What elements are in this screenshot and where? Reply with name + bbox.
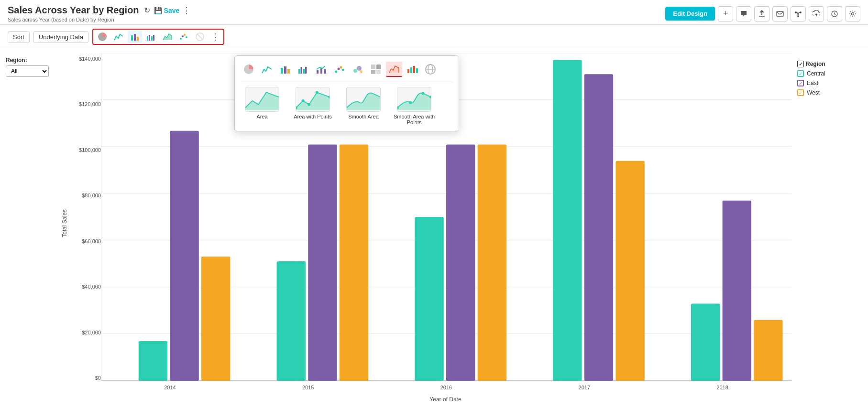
bar-2017-central — [553, 60, 582, 381]
x-axis-title: Year of Date — [57, 394, 791, 405]
dropdown-combo-button[interactable] — [313, 62, 330, 76]
chart-type-bar-button[interactable] — [128, 31, 142, 43]
subtype-area-label: Area — [256, 114, 267, 119]
subtype-area[interactable]: Area — [241, 87, 284, 119]
y-tick-40k: $40,000 — [82, 284, 101, 290]
header-left: Sales Across Year by Region ↻ 💾 Save ⋮ S… — [8, 5, 191, 22]
svg-rect-15 — [151, 36, 153, 41]
svg-rect-32 — [324, 69, 326, 74]
email-icon — [776, 10, 784, 18]
svg-rect-16 — [153, 35, 154, 41]
x-label-2018: 2018 — [716, 385, 728, 390]
subtype-area-points[interactable]: Area with Points — [291, 87, 334, 119]
legend-east: ✓ East — [797, 80, 862, 86]
refresh-button[interactable]: ↻ — [143, 5, 151, 16]
chart-type-area-button[interactable] — [160, 31, 175, 43]
chart-type-more-button[interactable]: ⋮ — [209, 32, 221, 42]
y-tick-20k: $20,000 — [82, 330, 101, 335]
email-button[interactable] — [772, 6, 788, 21]
add-button[interactable]: + — [718, 6, 733, 21]
subtype-smooth-area-points[interactable]: Smooth Area with Points — [393, 87, 436, 125]
dropdown-heatmap-button[interactable] — [368, 62, 384, 76]
dropdown-geo-button[interactable] — [422, 62, 439, 76]
legend-region-checkbox[interactable]: ✓ — [797, 61, 804, 67]
svg-point-37 — [353, 69, 357, 73]
legend-west-label: West — [807, 89, 820, 96]
bar-2014-east — [170, 131, 198, 381]
chart-type-dropdown: Area Area with Points — [234, 55, 459, 131]
svg-rect-25 — [287, 69, 290, 74]
y-tick-60k: $60,000 — [82, 238, 101, 244]
bar-2018-east — [723, 201, 751, 381]
legend-title: ✓ Region — [797, 61, 862, 67]
dropdown-pie-button[interactable] — [241, 62, 257, 76]
legend-east-label: East — [807, 80, 818, 86]
svg-rect-10 — [131, 35, 133, 41]
chart-type-line-button[interactable] — [111, 31, 126, 43]
settings-button[interactable] — [845, 6, 860, 21]
svg-point-2 — [795, 11, 797, 13]
save-button[interactable]: 💾 Save — [154, 7, 180, 14]
bar-2018-central — [691, 303, 720, 381]
subtype-smooth-area-label: Smooth Area — [348, 114, 379, 119]
svg-rect-0 — [777, 11, 783, 16]
history-button[interactable] — [827, 6, 842, 21]
x-label-2014: 2014 — [164, 385, 176, 390]
dropdown-waterfall-button[interactable] — [404, 62, 420, 76]
dropdown-bubble-button[interactable] — [350, 62, 366, 76]
svg-point-54 — [302, 99, 305, 102]
svg-point-39 — [360, 70, 363, 73]
dropdown-area-active-button[interactable] — [386, 62, 402, 77]
y-tick-140k: $140,000 — [79, 56, 101, 62]
bar-2016-central — [415, 217, 443, 381]
cloud-upload-button[interactable] — [809, 6, 824, 21]
chart-type-scatter-button[interactable] — [176, 31, 191, 43]
subtype-smooth-area[interactable]: Smooth Area — [342, 87, 385, 119]
dropdown-scatter-button[interactable] — [331, 62, 348, 76]
y-tick-120k: $120,000 — [79, 101, 101, 107]
page-subtitle: Sales across Year (based on Date) by Reg… — [8, 17, 191, 22]
svg-rect-29 — [305, 67, 307, 74]
legend: ✓ Region ✓ Central ✓ East ✓ West — [791, 53, 868, 405]
svg-line-6 — [798, 12, 800, 13]
legend-west-check[interactable]: ✓ — [797, 89, 804, 96]
comment-button[interactable] — [736, 6, 751, 21]
svg-point-34 — [338, 68, 340, 70]
svg-point-1 — [797, 13, 799, 15]
svg-rect-28 — [303, 69, 305, 74]
bar-2018-west — [754, 320, 782, 381]
svg-point-33 — [335, 71, 338, 73]
legend-title-label: Region — [806, 61, 825, 67]
legend-east-check[interactable]: ✓ — [797, 80, 804, 86]
header-title-row: Sales Across Year by Region ↻ 💾 Save ⋮ — [8, 5, 191, 16]
svg-rect-27 — [301, 67, 303, 74]
network-button[interactable] — [791, 6, 806, 21]
dropdown-top-row — [241, 62, 453, 82]
settings-icon — [849, 10, 857, 18]
svg-point-3 — [800, 11, 802, 13]
chart-type-bar: ⋮ — [92, 29, 224, 45]
chart-type-pie-button[interactable] — [95, 31, 110, 43]
chart-type-disabled-button[interactable] — [193, 31, 207, 43]
svg-rect-46 — [413, 66, 415, 73]
legend-central-check[interactable]: ✓ — [797, 70, 804, 77]
dropdown-bar-button[interactable] — [277, 62, 293, 76]
chart-type-grouped-bar-button[interactable] — [144, 31, 158, 43]
edit-design-button[interactable]: Edit Design — [665, 7, 715, 21]
upload-icon — [758, 10, 766, 18]
svg-point-17 — [180, 38, 182, 40]
subtype-smooth-area-thumb — [346, 87, 381, 112]
svg-rect-26 — [298, 69, 300, 74]
region-select[interactable]: All Central East West — [6, 65, 49, 77]
svg-rect-45 — [410, 67, 412, 73]
subtype-area-thumb — [245, 87, 279, 112]
dropdown-line-button[interactable] — [259, 62, 275, 76]
network-icon — [794, 10, 802, 18]
underlying-data-button[interactable]: Underlying Data — [33, 31, 88, 43]
svg-point-36 — [342, 69, 344, 71]
sort-button[interactable]: Sort — [8, 31, 30, 43]
svg-point-55 — [308, 103, 310, 106]
dropdown-grouped-bar-button[interactable] — [295, 62, 311, 76]
more-options-button[interactable]: ⋮ — [182, 5, 191, 16]
share-button[interactable] — [754, 6, 769, 21]
